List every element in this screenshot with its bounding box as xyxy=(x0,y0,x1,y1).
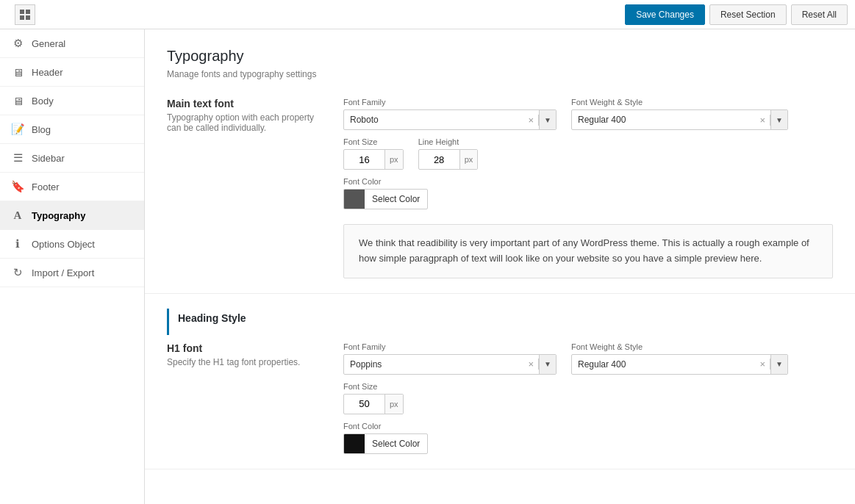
sidebar-icon: ☰ xyxy=(11,151,24,165)
font-weight-label: Font Weight & Style xyxy=(571,98,788,107)
svg-rect-3 xyxy=(26,15,30,20)
h1-font-desc: Specify the H1 tag font properties. xyxy=(167,357,329,367)
top-bar-left xyxy=(7,4,620,25)
line-height-input[interactable] xyxy=(419,154,459,165)
font-family-value: Roboto xyxy=(344,115,524,125)
h1-font-weight-group: Font Weight & Style Regular 400 × ▼ xyxy=(571,342,788,375)
svg-rect-2 xyxy=(20,15,24,20)
sidebar-item-sidebar-label: Sidebar xyxy=(32,153,65,164)
main-text-font-title: Main text font xyxy=(167,98,329,109)
sidebar-item-blog-label: Blog xyxy=(32,124,51,135)
h1-font-panel: H1 font Specify the H1 tag font properti… xyxy=(167,342,833,454)
sidebar-item-general[interactable]: ⚙ General xyxy=(0,29,144,58)
h1-font-size-unit: px xyxy=(384,395,403,414)
sidebar-item-body-label: Body xyxy=(32,96,54,107)
reset-all-button[interactable]: Reset All xyxy=(791,4,848,25)
sidebar-item-blog[interactable]: 📝 Blog xyxy=(0,115,144,144)
monitor-icon: 🖥 xyxy=(11,65,24,79)
h1-font-size-row: Font Size px xyxy=(343,382,833,414)
sidebar-item-general-label: General xyxy=(32,38,65,49)
h1-font-title: H1 font xyxy=(167,342,329,354)
save-changes-button[interactable]: Save Changes xyxy=(625,4,705,25)
font-weight-clear-icon[interactable]: × xyxy=(756,115,771,126)
h1-font-color-button[interactable]: Select Color xyxy=(343,433,428,454)
h1-panel-right: Font Family Poppins × ▼ Font Weight & St… xyxy=(343,342,833,454)
section-description: Manage fonts and typography settings xyxy=(167,69,833,79)
h1-font-size-input[interactable] xyxy=(344,398,384,409)
font-controls-h1: Font Family Poppins × ▼ Font Weight & St… xyxy=(343,342,833,454)
font-color-label: Font Color xyxy=(343,177,833,186)
panel-right: Font Family Roboto × ▼ Font Weight & Sty… xyxy=(343,98,833,278)
font-size-lineheight-row: Font Size px Line Height px xyxy=(343,137,833,170)
sidebar-item-footer[interactable]: 🔖 Footer xyxy=(0,173,144,201)
font-family-select[interactable]: Roboto × ▼ xyxy=(343,109,557,130)
h1-font-family-clear-icon[interactable]: × xyxy=(524,359,540,370)
sidebar-item-sidebar[interactable]: ☰ Sidebar xyxy=(0,144,144,173)
font-family-clear-icon[interactable]: × xyxy=(524,115,540,126)
sidebar-item-import-export-label: Import / Export xyxy=(32,267,94,278)
h1-font-family-value: Poppins xyxy=(344,359,524,370)
sidebar-item-import-export[interactable]: ↻ Import / Export xyxy=(0,259,144,287)
h1-font-color-swatch xyxy=(344,433,365,454)
svg-rect-0 xyxy=(20,10,24,14)
font-size-input[interactable] xyxy=(344,154,384,165)
font-size-unit: px xyxy=(384,150,403,169)
h1-font-size-input-group: px xyxy=(343,394,404,414)
info-icon: ℹ xyxy=(11,237,24,251)
blog-icon: 📝 xyxy=(11,123,24,136)
main-text-font-panel: Main text font Typography option with ea… xyxy=(145,83,855,294)
font-weight-group: Font Weight & Style Regular 400 × ▼ xyxy=(571,98,788,130)
font-weight-arrow-icon[interactable]: ▼ xyxy=(770,110,787,129)
page-title: Typography xyxy=(167,48,833,65)
h1-font-family-select[interactable]: Poppins × ▼ xyxy=(343,354,557,375)
sidebar-item-options-object[interactable]: ℹ Options Object xyxy=(0,230,144,259)
font-color-swatch xyxy=(344,189,365,209)
gear-icon: ⚙ xyxy=(11,37,24,50)
panel-inner: Main text font Typography option with ea… xyxy=(167,98,833,278)
typography-icon: A xyxy=(11,209,24,222)
h1-font-weight-value: Regular 400 xyxy=(572,359,756,370)
main-content: Typography Manage fonts and typography s… xyxy=(145,29,855,504)
section-header: Typography Manage fonts and typography s… xyxy=(145,29,855,83)
font-family-label: Font Family xyxy=(343,98,557,107)
layout: ⚙ General 🖥 Header 🖥 Body 📝 Blog ☰ Sideb… xyxy=(0,29,855,504)
font-size-group: Font Size px xyxy=(343,137,404,170)
reset-section-button[interactable]: Reset Section xyxy=(709,4,787,25)
font-size-input-group: px xyxy=(343,149,404,170)
sidebar-item-options-object-label: Options Object xyxy=(32,239,95,250)
main-text-font-desc: Typography option with each property can… xyxy=(167,112,329,133)
h1-font-weight-select[interactable]: Regular 400 × ▼ xyxy=(571,354,788,375)
font-family-weight-row: Font Family Roboto × ▼ Font Weight & Sty… xyxy=(343,98,833,130)
top-bar: Save Changes Reset Section Reset All xyxy=(0,0,855,29)
line-height-label: Line Height xyxy=(418,137,479,146)
font-color-button[interactable]: Select Color xyxy=(343,189,428,209)
body-icon: 🖥 xyxy=(11,94,24,107)
sidebar: ⚙ General 🖥 Header 🖥 Body 📝 Blog ☰ Sideb… xyxy=(0,29,145,504)
font-color-group: Font Color Select Color xyxy=(343,177,833,209)
h1-font-weight-arrow-icon[interactable]: ▼ xyxy=(770,355,787,374)
heading-style-label: Heading Style xyxy=(167,309,833,335)
font-family-group: Font Family Roboto × ▼ xyxy=(343,98,557,130)
sidebar-item-header[interactable]: 🖥 Header xyxy=(0,58,144,87)
h1-font-weight-label: Font Weight & Style xyxy=(571,342,788,351)
font-weight-select[interactable]: Regular 400 × ▼ xyxy=(571,109,788,130)
font-size-label: Font Size xyxy=(343,137,404,146)
font-controls-main: Font Family Roboto × ▼ Font Weight & Sty… xyxy=(343,98,833,278)
sidebar-item-typography[interactable]: A Typography xyxy=(0,201,144,230)
footer-icon: 🔖 xyxy=(11,180,24,193)
grid-icon[interactable] xyxy=(15,4,35,25)
h1-font-size-label: Font Size xyxy=(343,382,404,391)
line-height-unit: px xyxy=(459,150,478,169)
h1-font-color-label: Font Color xyxy=(343,422,833,431)
font-preview: We think that readibility is very import… xyxy=(343,224,833,278)
font-family-arrow-icon[interactable]: ▼ xyxy=(539,110,556,129)
h1-font-family-arrow-icon[interactable]: ▼ xyxy=(539,355,556,374)
h1-font-weight-clear-icon[interactable]: × xyxy=(756,359,771,370)
h1-font-family-weight-row: Font Family Poppins × ▼ Font Weight & St… xyxy=(343,342,833,375)
h1-font-family-group: Font Family Poppins × ▼ xyxy=(343,342,557,375)
line-height-group: Line Height px xyxy=(418,137,479,170)
panel-left: Main text font Typography option with ea… xyxy=(167,98,329,278)
line-height-input-group: px xyxy=(418,149,479,170)
sidebar-item-body[interactable]: 🖥 Body xyxy=(0,87,144,115)
import-export-icon: ↻ xyxy=(11,266,24,279)
